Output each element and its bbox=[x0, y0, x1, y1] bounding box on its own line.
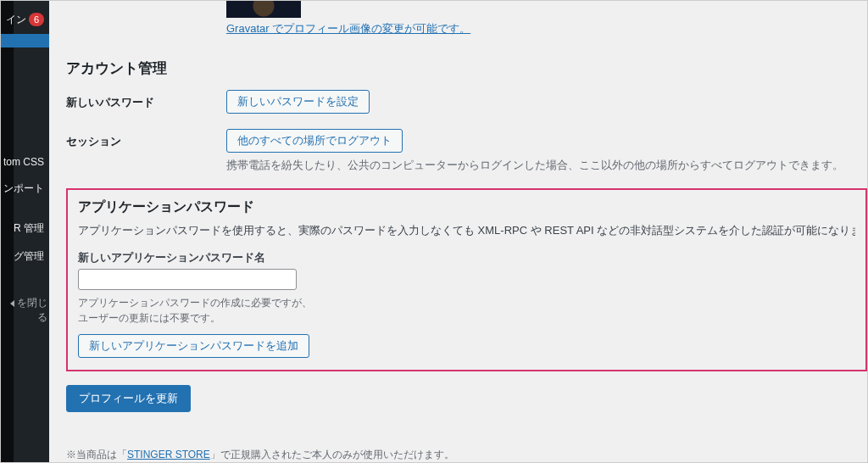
admin-sidebar: イン 6 tom CSS ンポート R 管理 グ管理 を閉じる bbox=[1, 1, 49, 462]
sidebar-item-import[interactable]: ンポート bbox=[1, 175, 49, 203]
update-badge: 6 bbox=[29, 13, 44, 26]
sidebar-item-r-manage[interactable]: R 管理 bbox=[1, 215, 49, 243]
sidebar-item-label: ンポート bbox=[3, 182, 44, 194]
account-management-heading: アカウント管理 bbox=[66, 59, 867, 78]
sidebar-item-profile[interactable] bbox=[1, 34, 49, 47]
application-passwords-section: アプリケーションパスワード アプリケーションパスワードを使用すると、実際のパスワ… bbox=[66, 188, 867, 371]
sidebar-item-label: tom CSS bbox=[3, 156, 44, 168]
sessions-description: 携帯電話を紛失したり、公共のコンピューターからログインした場合、ここ以外の他の場… bbox=[226, 158, 867, 173]
app-passwords-heading: アプリケーションパスワード bbox=[78, 198, 855, 216]
sessions-label: セッション bbox=[66, 129, 226, 149]
app-password-name-label: 新しいアプリケーションパスワード名 bbox=[78, 250, 855, 265]
sidebar-item-label: イン bbox=[6, 14, 26, 25]
app-passwords-description: アプリケーションパスワードを使用すると、実際のパスワードを入力しなくても XML… bbox=[78, 223, 855, 238]
generate-password-button[interactable]: 新しいパスワードを設定 bbox=[226, 90, 370, 114]
sidebar-item-label: R 管理 bbox=[14, 222, 44, 234]
sidebar-item-log-manage[interactable]: グ管理 bbox=[1, 243, 49, 271]
collapse-label: を閉じる bbox=[17, 297, 47, 323]
sessions-row: セッション 他のすべての場所でログアウト 携帯電話を紛失したり、公共のコンピュー… bbox=[66, 129, 867, 173]
sidebar-item-label: グ管理 bbox=[14, 250, 44, 262]
collapse-menu[interactable]: を閉じる bbox=[1, 291, 49, 330]
stinger-store-link[interactable]: STINGER STORE bbox=[127, 449, 210, 460]
profile-avatar bbox=[226, 1, 301, 18]
app-password-name-input[interactable] bbox=[78, 269, 297, 290]
chevron-left-icon bbox=[10, 300, 14, 307]
sidebar-item-plugins[interactable]: イン 6 bbox=[1, 6, 49, 34]
add-app-password-button[interactable]: 新しいアプリケーションパスワードを追加 bbox=[78, 334, 309, 358]
product-footnote: ※当商品は「STINGER STORE」で正規購入されたご本人のみが使用いただけ… bbox=[66, 448, 867, 462]
app-password-hint: アプリケーションパスワードの作成に必要ですが、 ユーザーの更新には不要です。 bbox=[78, 295, 855, 326]
gravatar-link[interactable]: Gravatar でプロフィール画像の変更が可能です。 bbox=[226, 22, 470, 35]
update-profile-button[interactable]: プロフィールを更新 bbox=[66, 385, 191, 412]
main-content: Gravatar でプロフィール画像の変更が可能です。 アカウント管理 新しいパ… bbox=[49, 1, 867, 462]
new-password-row: 新しいパスワード 新しいパスワードを設定 bbox=[66, 90, 867, 114]
logout-everywhere-button[interactable]: 他のすべての場所でログアウト bbox=[226, 129, 403, 153]
new-password-label: 新しいパスワード bbox=[66, 90, 226, 110]
sidebar-item-custom-css[interactable]: tom CSS bbox=[1, 149, 49, 175]
